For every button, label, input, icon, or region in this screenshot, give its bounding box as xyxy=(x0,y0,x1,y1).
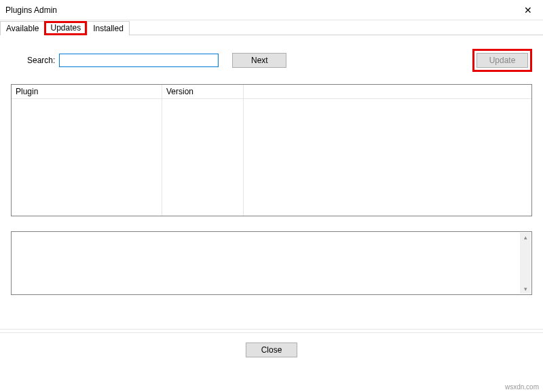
column-header-version[interactable]: Version xyxy=(162,85,243,99)
scroll-up-icon[interactable]: ▴ xyxy=(524,233,527,242)
scrollbar[interactable]: ▴ ▾ xyxy=(520,233,531,294)
tab-installed[interactable]: Installed xyxy=(87,21,130,35)
column-header-plugin[interactable]: Plugin xyxy=(12,85,162,99)
column-header-empty xyxy=(244,85,531,99)
window-close-button[interactable]: ✕ xyxy=(512,0,543,20)
next-button[interactable]: Next xyxy=(232,53,286,68)
column-version: Version xyxy=(162,85,244,216)
tab-bar: Available Updates Installed xyxy=(0,20,543,35)
tab-available[interactable]: Available xyxy=(0,21,45,35)
search-row: Search: Next Update xyxy=(7,49,536,72)
scroll-down-icon[interactable]: ▾ xyxy=(524,284,527,294)
column-empty xyxy=(244,85,531,216)
footer: Close xyxy=(0,333,543,367)
search-label: Search: xyxy=(27,56,55,65)
column-plugin: Plugin xyxy=(12,85,162,216)
close-icon: ✕ xyxy=(524,5,532,16)
titlebar: Plugins Admin ✕ xyxy=(0,0,543,20)
description-box: ▴ ▾ xyxy=(11,231,532,295)
update-button[interactable]: Update xyxy=(476,53,528,68)
window-title: Plugins Admin xyxy=(5,5,57,15)
close-button[interactable]: Close xyxy=(246,342,297,357)
tab-updates[interactable]: Updates xyxy=(44,21,87,35)
update-button-highlight: Update xyxy=(472,49,532,72)
watermark: wsxdn.com xyxy=(505,383,539,391)
plugins-table: Plugin Version xyxy=(11,84,532,216)
tab-content: Search: Next Update Plugin Version ▴ ▾ xyxy=(0,35,543,302)
search-input[interactable] xyxy=(59,54,219,67)
